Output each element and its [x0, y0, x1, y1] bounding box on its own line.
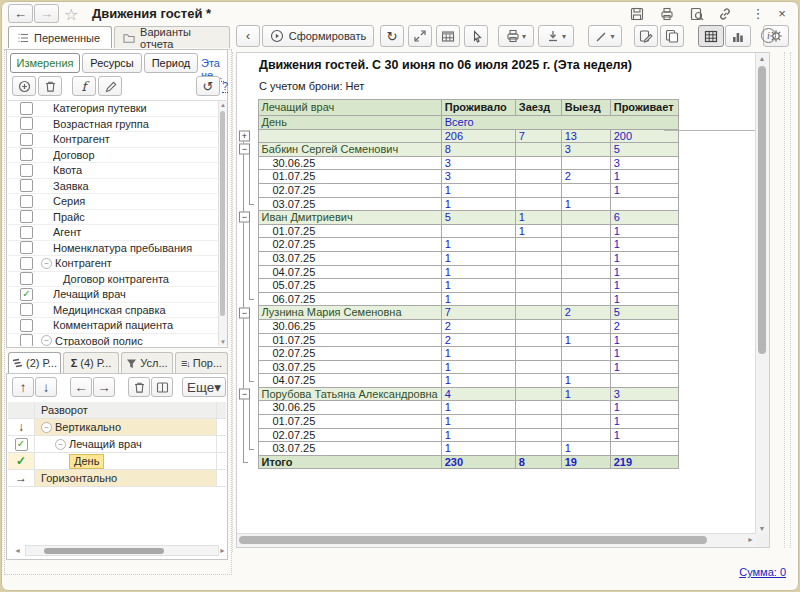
- value-cell[interactable]: 1: [561, 442, 610, 456]
- value-cell[interactable]: [515, 319, 561, 333]
- value-cell[interactable]: 1: [610, 292, 678, 306]
- value-cell[interactable]: 6: [610, 211, 678, 225]
- row-label-cell[interactable]: 01.07.25: [258, 415, 441, 429]
- delete-row-button[interactable]: [128, 377, 150, 397]
- draw-dropdown-button[interactable]: ▾: [588, 25, 622, 47]
- value-cell[interactable]: 5: [441, 211, 515, 225]
- layout-marker-cell[interactable]: ↓: [8, 419, 35, 435]
- value-cell[interactable]: 1: [610, 251, 678, 265]
- value-cell[interactable]: 219: [610, 455, 678, 469]
- value-cell[interactable]: 1: [610, 347, 678, 361]
- value-cell[interactable]: 7: [441, 306, 515, 320]
- refresh-button[interactable]: ↻: [380, 25, 404, 47]
- forward-button[interactable]: →: [34, 4, 59, 23]
- sum-status-link[interactable]: Сумма: 0: [739, 566, 786, 578]
- dimension-item[interactable]: Агент: [8, 225, 226, 241]
- row-label-cell[interactable]: 02.07.25: [258, 347, 441, 361]
- dimension-item[interactable]: Квота: [8, 163, 226, 179]
- row-label-cell[interactable]: Бабкин Сергей Семенович: [258, 143, 441, 157]
- value-cell[interactable]: [515, 292, 561, 306]
- layout-row[interactable]: ✓День: [8, 453, 226, 470]
- reset-button[interactable]: ↺: [196, 76, 220, 96]
- save-file-dropdown-button[interactable]: ▾: [538, 25, 574, 47]
- favorite-star-icon[interactable]: ☆: [64, 5, 78, 24]
- value-cell[interactable]: 3: [441, 170, 515, 184]
- value-cell[interactable]: 1: [610, 360, 678, 374]
- dimension-item[interactable]: ✓Лечащий врач: [8, 287, 226, 303]
- dimension-item[interactable]: Договор: [8, 148, 226, 164]
- tab-grouping[interactable]: (2) Р...: [8, 352, 61, 373]
- row-label-cell[interactable]: 01.07.25: [258, 170, 441, 184]
- value-cell[interactable]: 1: [610, 183, 678, 197]
- row-label-cell[interactable]: 03.07.25: [258, 251, 441, 265]
- value-cell[interactable]: [515, 279, 561, 293]
- spreadsheet-area[interactable]: Движения гостей. С 30 июня по 06 июля 20…: [237, 53, 756, 534]
- checkbox[interactable]: [20, 195, 33, 208]
- value-cell[interactable]: 1: [610, 401, 678, 415]
- print-dropdown-button[interactable]: ▾: [498, 25, 534, 47]
- total-header-cell[interactable]: Всего: [441, 116, 678, 130]
- checkbox[interactable]: [20, 257, 33, 270]
- value-cell[interactable]: 1: [441, 279, 515, 293]
- dimension-item[interactable]: Прайс: [8, 210, 226, 226]
- expand-icon[interactable]: +: [239, 130, 250, 141]
- value-cell[interactable]: 1: [441, 347, 515, 361]
- row-label-cell[interactable]: 02.07.25: [258, 428, 441, 442]
- value-cell[interactable]: 1: [610, 224, 678, 238]
- value-cell[interactable]: 1: [441, 374, 515, 388]
- checkbox[interactable]: [20, 272, 33, 285]
- tab-resources-layout[interactable]: Σ (4) Р...: [63, 352, 119, 373]
- value-cell[interactable]: 3: [441, 156, 515, 170]
- tab-order[interactable]: ≡↓ Пор...: [175, 352, 228, 373]
- value-cell[interactable]: [561, 428, 610, 442]
- report-hscrollbar[interactable]: ►: [237, 533, 756, 547]
- value-cell[interactable]: [561, 156, 610, 170]
- scroll-right-icon[interactable]: ►: [219, 546, 226, 556]
- scrollbar-thumb[interactable]: [220, 111, 225, 316]
- value-cell[interactable]: 1: [610, 279, 678, 293]
- value-cell[interactable]: 1: [441, 360, 515, 374]
- value-cell[interactable]: [561, 319, 610, 333]
- layout-row[interactable]: →Горизонтально: [8, 470, 226, 487]
- value-cell[interactable]: 1: [610, 415, 678, 429]
- table-settings-button[interactable]: [436, 25, 460, 47]
- row-label-cell[interactable]: Порубова Татьяна Александровна: [258, 387, 441, 401]
- value-cell[interactable]: 19: [561, 455, 610, 469]
- value-cell[interactable]: 206: [441, 129, 515, 143]
- collapse-icon[interactable]: −: [239, 307, 250, 318]
- row-header2-cell[interactable]: День: [258, 116, 441, 130]
- value-cell[interactable]: [561, 360, 610, 374]
- value-cell[interactable]: 2: [441, 319, 515, 333]
- edit-button[interactable]: [98, 76, 122, 96]
- collapse-settings-button[interactable]: ‹: [236, 25, 260, 47]
- checkbox[interactable]: [20, 117, 33, 130]
- value-cell[interactable]: 1: [441, 197, 515, 211]
- tree-collapse-icon[interactable]: −: [41, 335, 52, 346]
- row-label-cell[interactable]: Итого: [258, 455, 441, 469]
- value-cell[interactable]: 1: [441, 251, 515, 265]
- value-cell[interactable]: [515, 387, 561, 401]
- value-cell[interactable]: 1: [561, 374, 610, 388]
- value-cell[interactable]: [515, 143, 561, 157]
- row-label-cell[interactable]: 01.07.25: [258, 224, 441, 238]
- dimension-list-scrollbar[interactable]: ▲ ▼: [218, 101, 227, 346]
- column-header-cell[interactable]: Выезд: [561, 100, 610, 116]
- value-cell[interactable]: 2: [561, 306, 610, 320]
- value-cell[interactable]: [561, 292, 610, 306]
- checkbox[interactable]: [20, 210, 33, 223]
- row-label-cell[interactable]: 30.06.25: [258, 401, 441, 415]
- dimension-item[interactable]: Серия: [8, 194, 226, 210]
- collapse-icon[interactable]: −: [239, 144, 250, 155]
- row-label-cell[interactable]: Лузнина Мария Семеновна: [258, 306, 441, 320]
- layout-hscrollbar[interactable]: ◄ ►: [25, 545, 219, 556]
- value-cell[interactable]: [515, 347, 561, 361]
- value-cell[interactable]: 1: [441, 415, 515, 429]
- save-button[interactable]: [630, 5, 650, 23]
- scrollbar-thumb[interactable]: [758, 66, 766, 354]
- layout-row[interactable]: ↓−Вертикально: [8, 419, 226, 436]
- value-cell[interactable]: 2: [441, 333, 515, 347]
- value-cell[interactable]: [561, 401, 610, 415]
- value-cell[interactable]: [561, 211, 610, 225]
- scrollbar-thumb[interactable]: [44, 548, 164, 554]
- scroll-left-icon[interactable]: ◄: [14, 546, 21, 556]
